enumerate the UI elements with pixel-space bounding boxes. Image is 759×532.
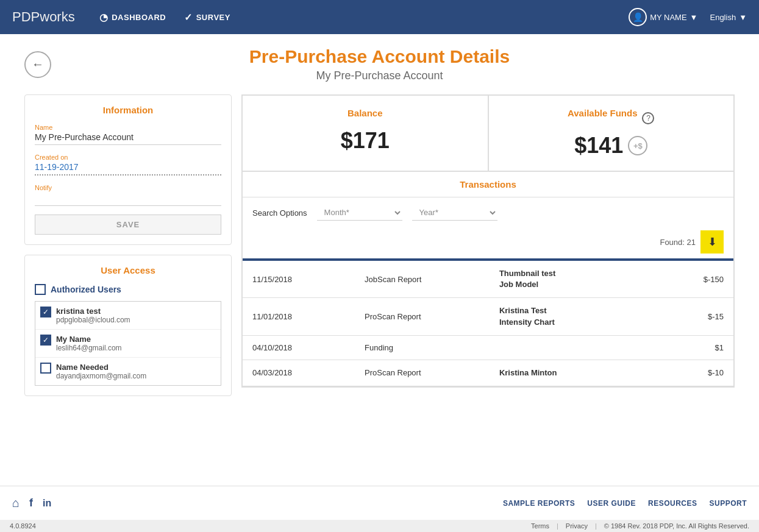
transaction-name: Thumbnail test Job Model bbox=[499, 268, 645, 290]
search-options-row: Search Options Month* Year* bbox=[243, 197, 733, 228]
footer-link-support[interactable]: SUPPORT bbox=[709, 499, 747, 508]
user-name: My Name bbox=[56, 335, 216, 344]
add-funds-button[interactable]: +$ bbox=[628, 136, 647, 155]
user-item: kristina testpdpglobal@icloud.com bbox=[35, 302, 221, 330]
year-select[interactable]: Year* bbox=[412, 205, 497, 221]
page-title: Pre-Purchase Account Details bbox=[24, 46, 735, 67]
user-name: Name Needed bbox=[56, 363, 216, 372]
transactions-card: Transactions Search Options Month* Year*… bbox=[242, 171, 734, 387]
language-dropdown-icon: ▼ bbox=[739, 13, 747, 22]
user-checkbox[interactable] bbox=[40, 307, 51, 317]
brand-text: PDP bbox=[12, 9, 40, 24]
nav-survey-label: SURVEY bbox=[196, 13, 230, 22]
language-label: English bbox=[710, 13, 736, 22]
transaction-date: 11/01/2018 bbox=[252, 312, 365, 321]
user-info: kristina testpdpglobal@icloud.com bbox=[56, 307, 216, 324]
brand-logo[interactable]: PDPworks bbox=[12, 9, 75, 25]
balance-card: Balance $171 bbox=[242, 95, 488, 171]
privacy-link[interactable]: Privacy bbox=[566, 522, 588, 530]
transaction-date: 04/10/2018 bbox=[252, 343, 365, 352]
transaction-amount: $-15 bbox=[645, 312, 724, 321]
transaction-type: ProScan Report bbox=[365, 368, 499, 377]
month-select[interactable]: Month* bbox=[317, 205, 402, 221]
user-name: kristina test bbox=[56, 307, 216, 316]
available-funds-amount: $141 bbox=[574, 133, 623, 158]
user-email: pdpglobal@icloud.com bbox=[56, 316, 216, 324]
transactions-header: Transactions bbox=[243, 172, 733, 197]
transaction-row: 04/10/2018Funding$1 bbox=[243, 336, 733, 360]
facebook-icon[interactable]: f bbox=[29, 497, 33, 509]
version: 4.0.8924 bbox=[10, 522, 36, 530]
linkedin-icon[interactable]: in bbox=[43, 498, 51, 509]
transaction-date: 04/03/2018 bbox=[252, 368, 365, 377]
sep2: | bbox=[595, 522, 597, 530]
notify-value[interactable] bbox=[35, 193, 221, 206]
user-access-title: User Access bbox=[35, 265, 221, 275]
users-list: kristina testpdpglobal@icloud.comMy Name… bbox=[35, 301, 221, 386]
terms-link[interactable]: Terms bbox=[531, 522, 549, 530]
footer-nav: ⌂ f in SAMPLE REPORTSUSER GUIDERESOURCES… bbox=[0, 486, 759, 520]
main-content: ← Pre-Purchase Account Details My Pre-Pu… bbox=[0, 34, 759, 486]
user-item: Name Neededdayandjaxmom@gmail.com bbox=[35, 358, 221, 385]
sep1: | bbox=[557, 522, 558, 530]
transaction-name: Kristina Minton bbox=[499, 367, 645, 378]
balance-amount: $171 bbox=[255, 128, 476, 154]
right-panel: Balance $171 Available Funds ? $141 +$ bbox=[241, 94, 735, 396]
user-info: Name Neededdayandjaxmom@gmail.com bbox=[56, 363, 216, 380]
user-name: MY NAME bbox=[650, 13, 686, 22]
name-value: My Pre-Purchase Account bbox=[35, 132, 221, 145]
right-panel-inner: Balance $171 Available Funds ? $141 +$ bbox=[241, 94, 735, 388]
footer-link-sample-reports[interactable]: SAMPLE REPORTS bbox=[503, 499, 575, 508]
authorized-users-checkbox[interactable] bbox=[35, 284, 46, 295]
back-button[interactable]: ← bbox=[24, 51, 51, 78]
name-label: Name bbox=[35, 124, 221, 131]
transaction-amount: $1 bbox=[645, 343, 724, 352]
dashboard-icon: ◔ bbox=[99, 12, 109, 23]
nav-dashboard-label: DASHBOARD bbox=[112, 13, 166, 22]
info-card-title: Information bbox=[35, 105, 221, 115]
available-funds-amount-row: $141 +$ bbox=[501, 133, 722, 158]
transaction-row: 04/03/2018ProScan ReportKristina Minton$… bbox=[243, 360, 733, 386]
user-checkbox[interactable] bbox=[40, 363, 51, 374]
available-funds-card: Available Funds ? $141 +$ bbox=[488, 95, 735, 171]
info-card: Information Name My Pre-Purchase Account… bbox=[24, 94, 232, 245]
nav-links: ◔ DASHBOARD ✓ SURVEY bbox=[99, 12, 629, 23]
search-options-label: Search Options bbox=[252, 208, 307, 218]
authorized-users-row: Authorized Users bbox=[35, 284, 221, 295]
transaction-name: Kristina Test Intensity Chart bbox=[499, 305, 645, 327]
user-avatar: 👤 bbox=[629, 8, 647, 26]
transaction-date: 11/15/2018 bbox=[252, 275, 365, 284]
home-icon[interactable]: ⌂ bbox=[12, 496, 20, 510]
user-menu[interactable]: 👤 MY NAME ▼ bbox=[629, 8, 697, 26]
available-funds-header-row: Available Funds ? bbox=[501, 108, 722, 128]
created-label: Created on bbox=[35, 154, 221, 161]
nav-dashboard[interactable]: ◔ DASHBOARD bbox=[99, 12, 166, 23]
footer-link-resources[interactable]: RESOURCES bbox=[648, 499, 697, 508]
navbar: PDPworks ◔ DASHBOARD ✓ SURVEY 👤 MY NAME … bbox=[0, 0, 759, 34]
brand-suffix: works bbox=[40, 9, 74, 24]
user-email: dayandjaxmom@gmail.com bbox=[56, 372, 216, 380]
page-subtitle: My Pre-Purchase Account bbox=[24, 69, 735, 82]
page-header: ← Pre-Purchase Account Details My Pre-Pu… bbox=[24, 46, 735, 82]
left-panel: Information Name My Pre-Purchase Account… bbox=[24, 94, 232, 396]
copyright: © 1984 Rev. 2018 PDP, Inc. All Rights Re… bbox=[604, 522, 749, 530]
user-access-card: User Access Authorized Users kristina te… bbox=[24, 255, 232, 396]
authorized-users-label: Authorized Users bbox=[51, 285, 121, 294]
content-grid: Information Name My Pre-Purchase Account… bbox=[24, 94, 735, 396]
found-count: Found: 21 bbox=[660, 238, 696, 247]
language-selector[interactable]: English ▼ bbox=[710, 13, 747, 22]
transactions-list: 11/15/2018JobScan ReportThumbnail test J… bbox=[243, 261, 733, 386]
created-value: 11-19-2017 bbox=[35, 162, 221, 176]
transaction-type: Funding bbox=[365, 343, 499, 352]
save-button[interactable]: SAVE bbox=[35, 215, 221, 235]
footer-links: SAMPLE REPORTSUSER GUIDERESOURCESSUPPORT bbox=[503, 499, 747, 508]
footer-link-user-guide[interactable]: USER GUIDE bbox=[587, 499, 636, 508]
user-email: leslih64@gmail.com bbox=[56, 344, 216, 352]
help-icon[interactable]: ? bbox=[642, 112, 654, 124]
transaction-amount: $-10 bbox=[645, 368, 724, 377]
nav-survey[interactable]: ✓ SURVEY bbox=[184, 12, 230, 23]
user-checkbox[interactable] bbox=[40, 335, 51, 346]
nav-right: 👤 MY NAME ▼ English ▼ bbox=[629, 8, 747, 26]
found-row: Found: 21 ⬇ bbox=[243, 228, 733, 258]
download-button[interactable]: ⬇ bbox=[700, 230, 724, 254]
